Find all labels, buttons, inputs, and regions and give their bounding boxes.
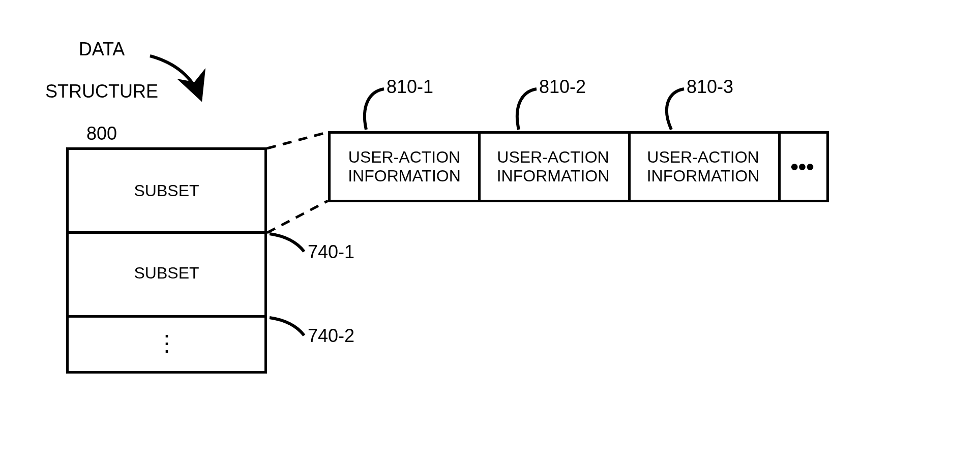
ref-740-2: 740-2 — [308, 325, 354, 346]
subset-row-1: SUBSET — [66, 147, 267, 234]
dashed-connector-top — [267, 132, 328, 148]
horizontal-ellipsis-icon: ••• — [790, 154, 814, 180]
vertical-ellipsis-icon: ⋮ — [156, 330, 178, 356]
subset-row-1-label: SUBSET — [134, 181, 199, 200]
leader-740-2 — [270, 318, 304, 335]
ref-810-1: 810-1 — [387, 76, 433, 97]
subset-row-2: SUBSET — [66, 231, 267, 318]
title-line3: 800 — [86, 123, 117, 144]
subset-row-more: ⋮ — [66, 315, 267, 374]
leader-810-2 — [517, 89, 537, 130]
ref-810-2: 810-2 — [539, 76, 586, 97]
leader-740-1 — [270, 234, 304, 252]
leader-810-3 — [667, 89, 684, 130]
diagram-stage: DATA STRUCTURE 800 SUBSET SUBSET ⋮ USER-… — [0, 0, 980, 463]
user-action-cell-more: ••• — [778, 131, 829, 202]
ref-810-3: 810-3 — [687, 76, 733, 97]
user-action-cell-1: USER-ACTION INFORMATION — [328, 131, 481, 202]
user-action-cell-3-label: USER-ACTION INFORMATION — [647, 148, 760, 186]
user-action-cell-2-label: USER-ACTION INFORMATION — [497, 148, 610, 186]
subset-row-2-label: SUBSET — [134, 264, 199, 283]
title-line2: STRUCTURE — [45, 81, 158, 102]
leader-810-1 — [365, 89, 384, 130]
dashed-connector-bottom — [267, 201, 328, 233]
ref-740-1: 740-1 — [308, 241, 354, 262]
user-action-cell-3: USER-ACTION INFORMATION — [628, 131, 781, 202]
title-label: DATA STRUCTURE 800 — [20, 18, 163, 165]
user-action-cell-1-label: USER-ACTION INFORMATION — [348, 148, 461, 186]
title-line1: DATA — [79, 39, 125, 59]
user-action-cell-2: USER-ACTION INFORMATION — [478, 131, 631, 202]
